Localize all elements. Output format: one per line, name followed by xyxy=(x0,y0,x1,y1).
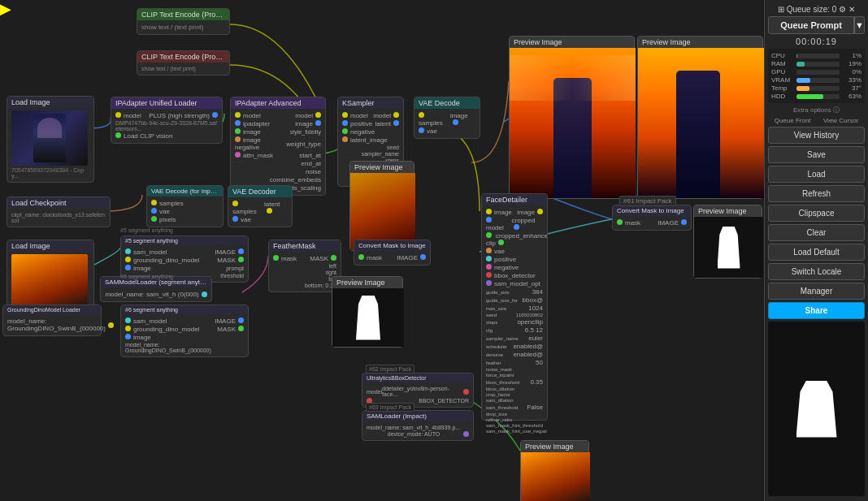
temp-fill xyxy=(796,86,809,91)
clipspace-button[interactable]: Clipspace xyxy=(768,205,865,222)
right-panel: ⊞ Queue size: 0 ⚙ ✕ Queue Prompt ▼ 00:00… xyxy=(764,0,868,501)
vram-val: 33% xyxy=(842,76,861,84)
ram-fill xyxy=(796,62,805,67)
manager-button[interactable]: Manager xyxy=(768,283,865,300)
node-header: GroundingDinoModel Loader xyxy=(3,305,101,314)
node-load-image-1[interactable]: Load Image 705478569372048384 - Copy... xyxy=(7,96,94,183)
node-grounding-seg-2[interactable]: #6 segment anything sam_modelIMAGE groun… xyxy=(120,304,249,357)
cpu-bar xyxy=(796,54,840,58)
load-button[interactable]: Load xyxy=(768,166,865,183)
node-clip-text-encode-2[interactable]: CLIP Text Encode (Prompt) show text / (t… xyxy=(137,50,230,76)
vram-bar xyxy=(796,78,840,83)
node-vae-decode[interactable]: VAE Decode samplesimage vae xyxy=(414,97,480,139)
node-header: Load Checkpoint xyxy=(7,197,110,209)
hdd-val: 63% xyxy=(842,93,861,100)
node-header: FaceDetailer xyxy=(482,194,547,205)
load-image-preview-2 xyxy=(11,254,88,309)
node-preview-1-header: Preview Image xyxy=(510,37,634,48)
gpu-bar xyxy=(796,70,840,75)
node-face-detailer[interactable]: FaceDetailer imageimage modelcropped cli… xyxy=(481,193,548,421)
preview-mask-image xyxy=(332,288,404,347)
temp-label: Temp xyxy=(771,84,794,92)
node-ipadapter-unified[interactable]: IPAdapter Unified Loader model PLUS (hig… xyxy=(111,97,223,144)
node-header: KSampler xyxy=(338,97,403,109)
refresh-button[interactable]: Refresh xyxy=(768,185,865,202)
node-header: #5 segment anything xyxy=(121,236,248,245)
temp-bar xyxy=(796,86,840,91)
mini-dress-silhouette xyxy=(796,381,837,438)
queue-size-label: ⊞ Queue size: 0 ⚙ ✕ xyxy=(768,5,865,14)
node-header: FeatherMask xyxy=(269,240,341,252)
node-preview-image-2[interactable]: Preview Image xyxy=(637,36,763,199)
node-preview-bottom[interactable]: Preview Image xyxy=(520,440,589,501)
preview-1-image xyxy=(510,48,636,198)
node-preview-mask-small[interactable]: Preview Image xyxy=(332,276,403,348)
node-preview-mid[interactable]: Preview Image xyxy=(349,161,414,251)
cursor-indicator: ▶ xyxy=(0,0,11,18)
node-header: VAE Decoder xyxy=(228,186,292,197)
node-preview-mid-header: Preview Image xyxy=(350,162,414,173)
node-header: Convert Mask to Image xyxy=(613,205,691,216)
timer-display: 00:00:19 xyxy=(768,37,865,46)
node-header: Load Image xyxy=(7,97,93,108)
ram-val: 19% xyxy=(842,60,861,67)
node-preview-mask-header: Preview Image xyxy=(332,277,402,288)
vram-fill xyxy=(796,78,810,83)
cpu-label: CPU xyxy=(771,52,794,59)
view-cursor-link[interactable]: View Cursor xyxy=(823,117,858,124)
node-header: IPAdapter Advanced xyxy=(231,97,325,109)
node-vae-decode-inpaint[interactable]: VAE Decode (for Inpaint) samples vae pix… xyxy=(146,185,224,227)
node-ipadapter-advanced[interactable]: IPAdapter Advanced modelmodel ipadapteri… xyxy=(230,97,326,196)
queue-prompt-container[interactable]: Queue Prompt ▼ xyxy=(768,16,865,34)
save-button[interactable]: Save xyxy=(768,146,865,163)
node-canvas[interactable]: ▶ CLIP Text Encode (Prompt) show text / … xyxy=(0,0,764,501)
node-header: VAE Decode xyxy=(414,97,480,109)
node-preview-mask-right[interactable]: Preview Image xyxy=(693,205,762,279)
node-header: #6 segment anything xyxy=(121,305,248,314)
load-image-preview-1 xyxy=(11,110,88,166)
node-preview-bottom-header: Preview Image xyxy=(521,441,588,452)
node-header: CLIP Text Encode (Prompt) xyxy=(137,9,229,20)
switch-locale-button[interactable]: Switch Locale xyxy=(768,263,865,280)
preview-bottom-image xyxy=(521,452,590,501)
close-icon[interactable]: ✕ xyxy=(848,5,855,14)
clear-button[interactable]: Clear xyxy=(768,224,865,241)
node-vae-decoder2[interactable]: VAE Decoder sampleslatent vae xyxy=(228,185,293,227)
node-clip-text-encode-1[interactable]: CLIP Text Encode (Prompt) show text / (t… xyxy=(137,8,230,35)
node-sam-loader-impact[interactable]: SAMLoader (Impact) model_name: sam_vit_h… xyxy=(362,410,474,441)
node-header: VAE Decode (for Inpaint) xyxy=(147,186,223,197)
node-convert-mask-2[interactable]: Convert Mask to Image maskIMAGE xyxy=(612,205,692,231)
gpu-stat: GPU 0% xyxy=(771,68,861,76)
hdd-stat: HDD 63% xyxy=(771,93,861,100)
node-feather-mask[interactable]: FeatherMask maskMASK left right top bott… xyxy=(268,240,341,292)
ram-stat: RAM 19% xyxy=(771,60,861,67)
node-preview-image-1[interactable]: Preview Image xyxy=(509,36,635,199)
node-load-checkpoint[interactable]: Load Checkpoint ckpt_name: clockstoods_v… xyxy=(7,197,111,227)
queue-front-link[interactable]: Queue Front xyxy=(775,117,811,124)
preview-mid-image xyxy=(350,173,415,250)
preview-2-image xyxy=(638,48,764,198)
node-preview-mask-right-header: Preview Image xyxy=(694,205,762,217)
load-default-button[interactable]: Load Default xyxy=(768,244,865,261)
view-history-button[interactable]: View History xyxy=(768,127,865,144)
ram-label: RAM xyxy=(771,60,794,67)
node-convert-mask-1[interactable]: Convert Mask to Image maskIMAGE xyxy=(354,240,431,266)
nav-row[interactable]: Queue Front View Cursor xyxy=(768,117,865,124)
hdd-bar xyxy=(796,94,840,99)
settings-icon[interactable]: ⚙ xyxy=(839,5,846,14)
ram-bar xyxy=(796,62,840,67)
vram-stat: VRAM 33% xyxy=(771,76,861,84)
node-header: UltralyticsBBoxDetector xyxy=(362,374,473,382)
temp-stat: Temp 37° xyxy=(771,84,861,92)
node-header: Load Image xyxy=(7,240,93,252)
extra-options-label: Extra options ⓘ xyxy=(768,106,865,114)
queue-prompt-dropdown[interactable]: ▼ xyxy=(854,16,865,34)
node-grounding-model[interactable]: GroundingDinoModel Loader model_name: Gr… xyxy=(2,304,102,336)
hdd-label: HDD xyxy=(771,93,794,100)
impact-pack-label: #61 Impact Pack xyxy=(619,196,676,206)
node-sam-loader[interactable]: SAMModelLoader (segment anything) model_… xyxy=(100,276,212,302)
queue-prompt-button[interactable]: Queue Prompt xyxy=(768,16,854,34)
cpu-val: 1% xyxy=(842,52,861,59)
share-button[interactable]: Share xyxy=(768,302,865,319)
gpu-val: 0% xyxy=(842,68,861,76)
